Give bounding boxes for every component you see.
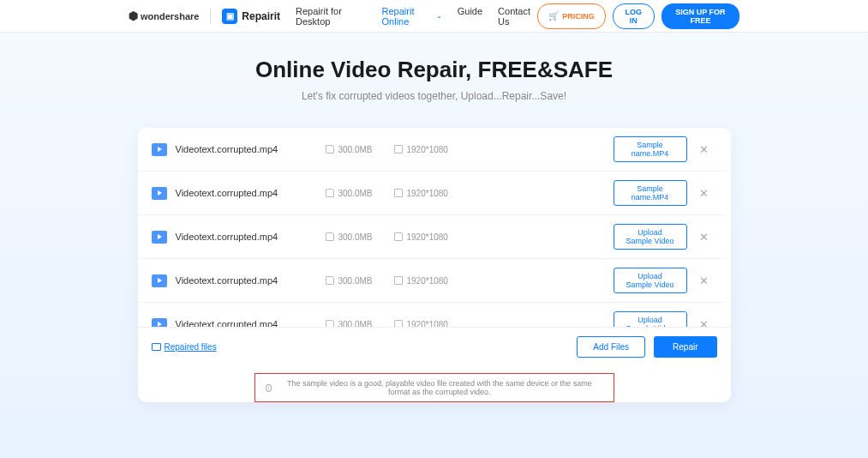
wondershare-logo[interactable]: ⬢ wondershare — [129, 10, 199, 21]
video-file-icon — [152, 187, 167, 200]
page-icon — [326, 189, 334, 197]
file-size: 300.0MB — [326, 189, 394, 198]
sample-note: i The sample video is a good, playable v… — [254, 373, 614, 402]
resolution-icon — [394, 320, 403, 327]
video-file-icon — [152, 318, 167, 328]
wondershare-icon: ⬢ — [129, 10, 138, 21]
file-name: Videotext.corrupted.mp4 — [176, 232, 326, 242]
file-size: 300.0MB — [326, 232, 394, 242]
video-file-icon — [152, 143, 167, 156]
divider — [210, 9, 211, 24]
top-header: ⬢ wondershare ▣ Repairit Repairit for De… — [0, 0, 868, 33]
file-resolution: 1920*1080 — [394, 232, 463, 242]
cart-icon: 🛒 — [548, 11, 559, 21]
sample-video-button[interactable]: Upload Sample Video — [614, 268, 687, 293]
nav-online-label: Repairit Online — [382, 6, 434, 27]
panel-footer: Repaired files Add Files Repair — [138, 327, 731, 366]
file-resolution: 1920*1080 — [394, 145, 463, 154]
repaired-files-label: Repaired files — [165, 342, 217, 352]
pricing-button[interactable]: 🛒 PRICING — [537, 3, 606, 29]
file-size: 300.0MB — [326, 276, 394, 286]
page-icon — [326, 232, 334, 241]
page-icon — [326, 320, 334, 327]
file-size: 300.0MB — [326, 320, 394, 328]
file-row: Videotext.corrupted.mp4300.0MB1920*1080U… — [138, 215, 726, 259]
sample-video-button[interactable]: Upload Sample Video — [614, 224, 687, 250]
file-resolution: 1920*1080 — [394, 320, 463, 328]
repairit-logo[interactable]: ▣ Repairit — [222, 9, 280, 24]
nav-guide[interactable]: Guide — [458, 6, 482, 27]
sample-video-button[interactable]: Sample name.MP4 — [614, 136, 687, 162]
nav-desktop[interactable]: Repairit for Desktop — [296, 6, 366, 27]
resolution-icon — [394, 189, 403, 197]
remove-file-button[interactable]: ✕ — [696, 316, 712, 328]
repairit-label: Repairit — [242, 10, 280, 22]
video-file-icon — [152, 231, 167, 244]
add-files-button[interactable]: Add Files — [577, 336, 645, 358]
remove-file-button[interactable]: ✕ — [696, 185, 712, 202]
file-resolution: 1920*1080 — [394, 276, 463, 286]
header-actions: 🛒 PRICING LOG IN SIGN UP FOR FREE — [537, 3, 739, 29]
file-row: Videotext.corrupted.mp4300.0MB1920*1080U… — [138, 259, 726, 303]
file-name: Videotext.corrupted.mp4 — [176, 275, 326, 286]
file-row: Videotext.corrupted.mp4300.0MB1920*1080U… — [138, 303, 726, 327]
login-button[interactable]: LOG IN — [613, 3, 655, 29]
sample-video-button[interactable]: Sample name.MP4 — [614, 180, 687, 206]
file-row: Videotext.corrupted.mp4300.0MB1920*1080S… — [138, 128, 726, 172]
remove-file-button[interactable]: ✕ — [696, 229, 712, 245]
footer-actions: Add Files Repair — [577, 336, 716, 358]
file-name: Videotext.corrupted.mp4 — [176, 188, 326, 198]
sample-video-button[interactable]: Upload Sample Video — [614, 311, 687, 327]
wondershare-label: wondershare — [141, 11, 199, 21]
file-panel: Videotext.corrupted.mp4300.0MB1920*1080S… — [138, 128, 731, 402]
remove-file-button[interactable]: ✕ — [696, 273, 712, 289]
file-name: Videotext.corrupted.mp4 — [176, 319, 326, 327]
repair-button[interactable]: Repair — [654, 336, 716, 358]
resolution-icon — [394, 232, 403, 241]
nav-online[interactable]: Repairit Online ⌄ — [382, 6, 442, 27]
nav-menu: Repairit for Desktop Repairit Online ⌄ G… — [296, 6, 537, 27]
info-icon: i — [266, 384, 272, 392]
page-icon — [326, 145, 334, 154]
repaired-files-link[interactable]: Repaired files — [152, 342, 217, 352]
chevron-down-icon: ⌄ — [436, 12, 442, 20]
file-row: Videotext.corrupted.mp4300.0MB1920*1080S… — [138, 172, 726, 215]
repairit-icon: ▣ — [222, 9, 237, 24]
signup-button[interactable]: SIGN UP FOR FREE — [661, 3, 739, 29]
note-text: The sample video is a good, playable vid… — [276, 379, 602, 396]
page-subtitle: Let's fix corrupted videos together, Upl… — [0, 90, 868, 102]
page-title: Online Video Repair, FREE&SAFE — [0, 57, 868, 83]
file-size: 300.0MB — [326, 145, 394, 154]
resolution-icon — [394, 276, 403, 285]
file-resolution: 1920*1080 — [394, 189, 463, 198]
file-list[interactable]: Videotext.corrupted.mp4300.0MB1920*1080S… — [138, 128, 731, 327]
folder-icon — [152, 343, 161, 351]
page-icon — [326, 276, 334, 285]
pricing-label: PRICING — [562, 12, 595, 21]
nav-contact[interactable]: Contact Us — [498, 6, 537, 27]
hero: Online Video Repair, FREE&SAFE Let's fix… — [0, 33, 868, 118]
video-file-icon — [152, 274, 167, 287]
remove-file-button[interactable]: ✕ — [696, 142, 712, 158]
file-name: Videotext.corrupted.mp4 — [176, 144, 326, 154]
resolution-icon — [394, 145, 403, 154]
